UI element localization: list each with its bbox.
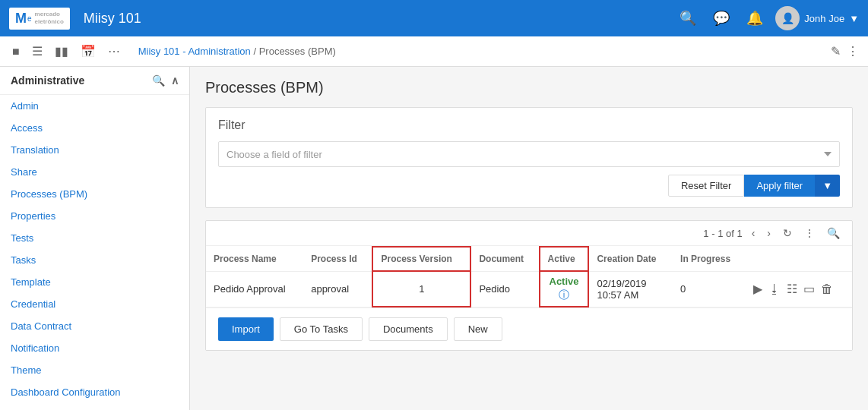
list-icon[interactable]: ☰	[29, 41, 46, 62]
logo: M e mercado eletrônico	[9, 8, 70, 30]
sidebar-item-processes[interactable]: Processes (BPM)	[0, 183, 189, 205]
apply-filter-button[interactable]: Apply filter	[744, 175, 815, 197]
bottom-bar: Import Go To Tasks Documents New	[206, 308, 852, 350]
td-active: Active ⓘ	[540, 271, 589, 307]
sidebar-item-access[interactable]: Access	[0, 117, 189, 139]
top-nav: M e mercado eletrônico Miisy 101 🔍 💬 🔔 👤…	[0, 0, 868, 36]
reset-filter-button[interactable]: Reset Filter	[668, 175, 744, 197]
avatar: 👤	[775, 6, 800, 30]
td-creation-date: 02/19/201910:57 AM	[588, 271, 673, 307]
user-name: Jonh Joe	[804, 13, 844, 24]
filter-select[interactable]: Choose a field of filter	[218, 141, 840, 167]
import-button[interactable]: Import	[218, 317, 274, 341]
edit-icon[interactable]: ✎	[831, 44, 841, 58]
th-actions	[746, 247, 852, 271]
td-in-progress: 0	[673, 271, 746, 307]
sidebar-item-tests[interactable]: Tests	[0, 227, 189, 249]
th-creation-date: Creation Date	[588, 247, 673, 271]
processes-table: Process Name Process Id Process Version …	[206, 246, 852, 308]
delete-icon[interactable]: 🗑	[821, 282, 833, 296]
filter-actions: Reset Filter Apply filter ▼	[218, 175, 840, 197]
breadcrumb: Miisy 101 - Administration / Processes (…	[138, 46, 336, 57]
action-icons: ▶ ⭳ ☷ ▭ 🗑	[753, 282, 844, 296]
second-nav: ■ ☰ ▮▮ 📅 ⋯ Miisy 101 - Administration / …	[0, 36, 868, 67]
go-to-tasks-button[interactable]: Go To Tasks	[280, 317, 363, 341]
th-process-name: Process Name	[206, 247, 303, 271]
more-icon[interactable]: ⋯	[105, 41, 123, 62]
table-row: Pedido Approval approval 1 Pedido Active…	[206, 271, 852, 307]
td-document: Pedido	[470, 271, 539, 307]
app-title: Miisy 101	[84, 11, 141, 27]
breadcrumb-parent[interactable]: Miisy 101 - Administration	[138, 46, 251, 57]
sidebar-item-tasks[interactable]: Tasks	[0, 249, 189, 271]
calendar-icon[interactable]: 📅	[78, 41, 99, 62]
active-badge: Active	[546, 276, 582, 287]
more-options-button[interactable]: ⋮	[801, 226, 818, 241]
filter-row: Choose a field of filter	[218, 141, 840, 167]
sidebar-item-properties[interactable]: Properties	[0, 205, 189, 227]
sidebar-item-credential[interactable]: Credential	[0, 293, 189, 315]
td-process-name: Pedido Approval	[206, 271, 303, 307]
page-title: Processes (BPM)	[205, 79, 853, 96]
sidebar-search-icon[interactable]: 🔍	[152, 74, 165, 87]
pagination-text: 1 - 1 of 1	[703, 228, 742, 239]
copy-icon[interactable]: ▭	[803, 282, 815, 296]
td-process-id: approval	[303, 271, 372, 307]
logo-m: M	[15, 11, 27, 27]
active-info-icon[interactable]: ⓘ	[546, 289, 582, 302]
sidebar-item-dashboard[interactable]: Dashboard Configuration	[0, 381, 189, 403]
prev-page-button[interactable]: ‹	[749, 226, 759, 241]
user-menu[interactable]: 👤 Jonh Joe ▼	[775, 6, 859, 30]
table-search-button[interactable]: 🔍	[824, 226, 843, 241]
sidebar: Administrative 🔍 ∧ Admin Access Translat…	[0, 67, 190, 410]
breadcrumb-separator: /	[253, 46, 258, 57]
th-process-id: Process Id	[303, 247, 372, 271]
documents-button[interactable]: Documents	[369, 317, 448, 341]
play-icon[interactable]: ▶	[753, 282, 762, 296]
refresh-button[interactable]: ↻	[780, 226, 795, 241]
th-active: Active	[540, 247, 589, 271]
filter-title: Filter	[218, 118, 840, 132]
logo-e: e	[27, 14, 32, 23]
sidebar-item-data-contract[interactable]: Data Contract	[0, 315, 189, 337]
sidebar-item-translation[interactable]: Translation	[0, 139, 189, 161]
sidebar-item-notification[interactable]: Notification	[0, 337, 189, 359]
apps-icon[interactable]: ■	[9, 42, 23, 62]
th-in-progress: In Progress	[673, 247, 746, 271]
sidebar-header: Administrative 🔍 ∧	[0, 67, 189, 95]
chat-icon[interactable]: 💬	[713, 10, 730, 27]
sidebar-item-template[interactable]: Template	[0, 271, 189, 293]
breadcrumb-current: Processes (BPM)	[259, 46, 336, 57]
filter-box: Filter Choose a field of filter Reset Fi…	[205, 107, 853, 208]
td-process-version: 1	[372, 271, 470, 307]
chevron-down-icon: ▼	[849, 13, 859, 24]
content-area: Processes (BPM) Filter Choose a field of…	[190, 67, 868, 410]
table-header-row: Process Name Process Id Process Version …	[206, 247, 852, 271]
sidebar-item-admin[interactable]: Admin	[0, 95, 189, 117]
main-layout: Administrative 🔍 ∧ Admin Access Translat…	[0, 67, 868, 410]
sidebar-item-share[interactable]: Share	[0, 161, 189, 183]
sidebar-header-icons: 🔍 ∧	[152, 74, 179, 87]
table-list-icon[interactable]: ☷	[787, 282, 797, 296]
sidebar-collapse-icon[interactable]: ∧	[171, 74, 179, 87]
table-area: 1 - 1 of 1 ‹ › ↻ ⋮ 🔍 Process Name Proces…	[205, 220, 853, 351]
columns-icon[interactable]: ▮▮	[52, 41, 71, 62]
new-button[interactable]: New	[454, 317, 502, 341]
table-top-bar: 1 - 1 of 1 ‹ › ↻ ⋮ 🔍	[206, 221, 852, 246]
td-actions: ▶ ⭳ ☷ ▭ 🗑	[746, 271, 852, 307]
download-icon[interactable]: ⭳	[768, 282, 781, 296]
sidebar-item-document-types[interactable]: Document Types	[0, 403, 189, 410]
sidebar-title: Administrative	[11, 74, 84, 87]
sidebar-item-theme[interactable]: Theme	[0, 359, 189, 381]
more-vert-icon[interactable]: ⋮	[847, 44, 859, 58]
bell-icon[interactable]: 🔔	[746, 10, 763, 27]
apply-filter-dropdown-button[interactable]: ▼	[815, 175, 840, 197]
search-icon[interactable]: 🔍	[680, 10, 696, 27]
th-document: Document	[470, 247, 539, 271]
logo-subtext: mercado eletrônico	[35, 11, 64, 25]
th-process-version: Process Version	[372, 247, 470, 271]
next-page-button[interactable]: ›	[764, 226, 774, 241]
